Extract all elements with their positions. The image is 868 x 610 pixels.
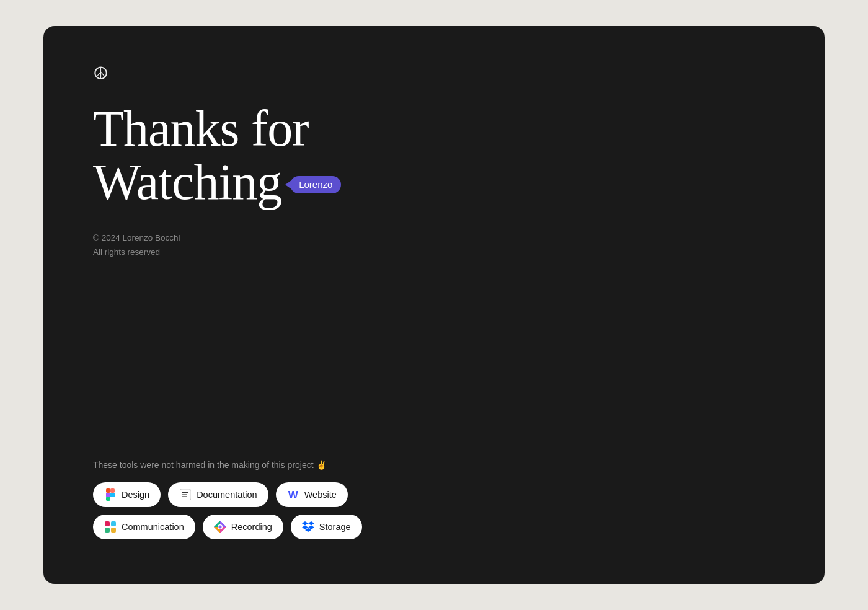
svg-point-11 (218, 526, 221, 529)
copyright-block: © 2024 Lorenzo Bocchi All rights reserve… (93, 231, 415, 260)
svg-rect-3 (110, 493, 115, 497)
notion-icon (179, 488, 192, 501)
slack-icon (104, 521, 117, 533)
tool-website-label: Website (304, 490, 337, 500)
tool-design[interactable]: Design (93, 482, 161, 507)
tool-recording-label: Recording (231, 522, 272, 532)
tool-recording[interactable]: Recording (203, 515, 283, 539)
main-content: Thanks for Watching Lorenzo © 2024 Loren… (93, 102, 775, 423)
loom-icon (214, 521, 226, 533)
logo-area: ☮ (93, 63, 775, 84)
checklist-section (601, 102, 775, 423)
tools-row-1: Design Documentation W Website (93, 482, 775, 507)
svg-rect-9 (111, 528, 116, 533)
main-window: ☮ Thanks for Watching Lorenzo © 2024 Lor… (43, 26, 825, 584)
tool-design-label: Design (122, 490, 149, 500)
figma-icon (104, 488, 117, 501)
copyright-rights: All rights reserved (93, 245, 415, 260)
svg-rect-0 (106, 488, 110, 493)
tool-documentation[interactable]: Documentation (168, 482, 268, 507)
svg-rect-6 (105, 521, 110, 526)
dropbox-icon (302, 521, 314, 533)
svg-rect-7 (111, 521, 116, 526)
heading-line1: Thanks for (93, 102, 415, 156)
tool-communication[interactable]: Communication (93, 515, 195, 539)
main-heading: Thanks for Watching Lorenzo (93, 102, 415, 209)
tool-website[interactable]: W Website (276, 482, 348, 507)
tools-subtitle: These tools were not harmed in the makin… (93, 460, 775, 470)
svg-rect-8 (105, 528, 110, 533)
tools-row-2: Communication Recording (93, 515, 775, 539)
heading-line2: Watching Lorenzo (93, 156, 415, 209)
heading-watching: Watching (93, 156, 281, 209)
svg-rect-4 (106, 497, 110, 501)
tool-storage-label: Storage (319, 522, 351, 532)
tool-communication-label: Communication (122, 522, 184, 532)
webflow-icon: W (287, 488, 299, 501)
left-section: Thanks for Watching Lorenzo © 2024 Loren… (93, 102, 415, 423)
cursor-badge: Lorenzo (290, 176, 341, 193)
svg-rect-2 (106, 493, 110, 497)
tool-documentation-label: Documentation (197, 490, 257, 500)
svg-rect-1 (110, 488, 115, 493)
tool-storage[interactable]: Storage (291, 515, 362, 539)
logo-icon: ☮ (93, 64, 108, 83)
bottom-section: These tools were not harmed in the makin… (93, 423, 775, 547)
copyright-year: © 2024 Lorenzo Bocchi (93, 231, 415, 245)
